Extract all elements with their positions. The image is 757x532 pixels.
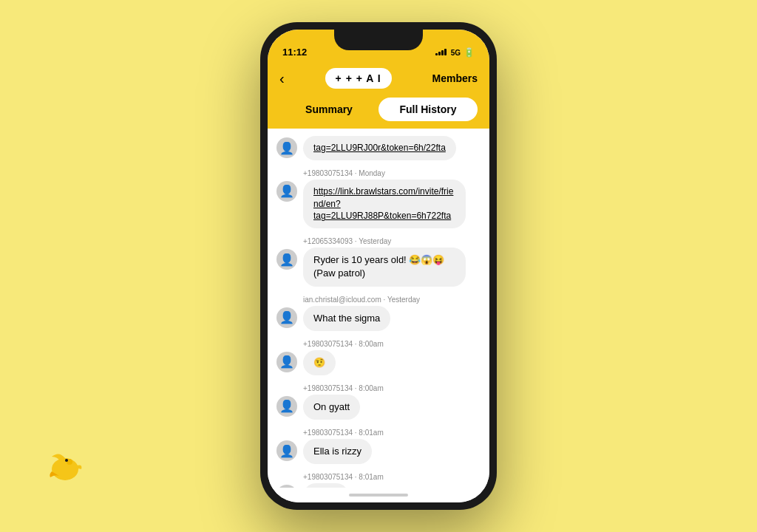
svg-point-2 — [65, 459, 68, 462]
message-row: 👤 Ryder is 10 years old! 😂😱😝 (Paw patrol… — [268, 248, 489, 286]
message-group: ian.christal@icloud.com · Yesterday 👤 Wh… — [268, 296, 489, 331]
message-bubble: On gyatt — [303, 395, 360, 420]
message-bubble: Ryder is 10 years old! 😂😱😝 (Paw patrol) — [303, 248, 466, 286]
sender-info: ian.christal@icloud.com · Yesterday — [303, 296, 489, 304]
sender-info: +19803075134 · Monday — [303, 169, 489, 177]
avatar: 👤 — [276, 307, 297, 328]
back-button[interactable]: ‹ — [279, 70, 285, 87]
message-bubble: tag=2LLU9RJ00r&token=6h/22fta — [303, 136, 456, 160]
avatar: 👤 — [276, 249, 297, 270]
message-bubble: https://link.brawlstars.com/invite/frien… — [303, 180, 466, 228]
avatar-icon: 👤 — [279, 355, 294, 369]
message-group: +19803075134 · Monday 👤 https://link.bra… — [268, 169, 489, 228]
header: ‹ + + + A I Members — [268, 62, 489, 98]
tab-full-history[interactable]: Full History — [378, 98, 478, 121]
avatar-icon: 👤 — [279, 444, 294, 458]
sender-info: +19803075134 · 8:00am — [303, 384, 489, 392]
avatar: 👤 — [276, 440, 297, 461]
status-time: 11:12 — [282, 47, 307, 58]
svg-point-0 — [52, 458, 78, 480]
message-group: +19803075134 · 8:01am 👤 ℹ️Ian — [268, 473, 489, 488]
tab-summary[interactable]: Summary — [279, 98, 378, 121]
avatar-icon: 👤 — [279, 141, 294, 155]
tab-bar: Summary Full History — [268, 98, 489, 129]
message-row: 👤 tag=2LLU9RJ00r&token=6h/22fta — [268, 136, 489, 160]
members-button[interactable]: Members — [432, 72, 478, 84]
sender-info: +19803075134 · 8:01am — [303, 473, 489, 481]
message-bubble: 🤨 — [303, 350, 336, 375]
phone-notch — [334, 30, 423, 50]
message-row: 👤 🤨 — [268, 350, 489, 375]
sender-info: +19803075134 · 8:00am — [303, 340, 489, 348]
avatar-icon: 👤 — [279, 253, 294, 267]
messages-area: 👤 tag=2LLU9RJ00r&token=6h/22fta +1980307… — [268, 129, 489, 488]
message-row: 👤 https://link.brawlstars.com/invite/fri… — [268, 180, 489, 228]
message-group: +19803075134 · 8:01am 👤 Ella is rizzy — [268, 429, 489, 464]
sender-info: +19803075134 · 8:01am — [303, 429, 489, 437]
home-indicator — [349, 494, 408, 497]
avatar: 👤 — [276, 352, 297, 372]
network-label: 5G — [451, 49, 461, 57]
sender-info: +12065334093 · Yesterday — [303, 237, 489, 245]
bottom-bar — [268, 488, 489, 502]
message-group: +19803075134 · 8:00am 👤 🤨 — [268, 340, 489, 375]
avatar: 👤 — [276, 137, 297, 158]
avatar: 👤 — [276, 396, 297, 417]
avatar-icon: 👤 — [279, 310, 294, 324]
app-title: + + + A I — [325, 68, 392, 89]
phone-screen: 11:12 5G 🔋 ‹ + + + A I Members — [268, 30, 489, 502]
avatar-icon: 👤 — [279, 399, 294, 413]
message-row: 👤 What the sigma — [268, 306, 489, 331]
status-icons: 5G 🔋 — [435, 47, 475, 58]
avatar-icon: 👤 — [279, 184, 294, 198]
avatar: 👤 — [276, 181, 297, 202]
phone-frame: 11:12 5G 🔋 ‹ + + + A I Members — [260, 22, 497, 510]
message-group: +19803075134 · 8:00am 👤 On gyatt — [268, 384, 489, 420]
message-bubble: What the sigma — [303, 306, 390, 331]
signal-icon — [435, 48, 447, 57]
message-bubble: Ella is rizzy — [303, 439, 372, 464]
bird-logo — [44, 443, 89, 488]
battery-icon: 🔋 — [464, 47, 475, 58]
message-group: 👤 tag=2LLU9RJ00r&token=6h/22fta — [268, 136, 489, 160]
message-row: 👤 On gyatt — [268, 395, 489, 420]
message-group: +12065334093 · Yesterday 👤 Ryder is 10 y… — [268, 237, 489, 286]
message-row: 👤 Ella is rizzy — [268, 439, 489, 464]
